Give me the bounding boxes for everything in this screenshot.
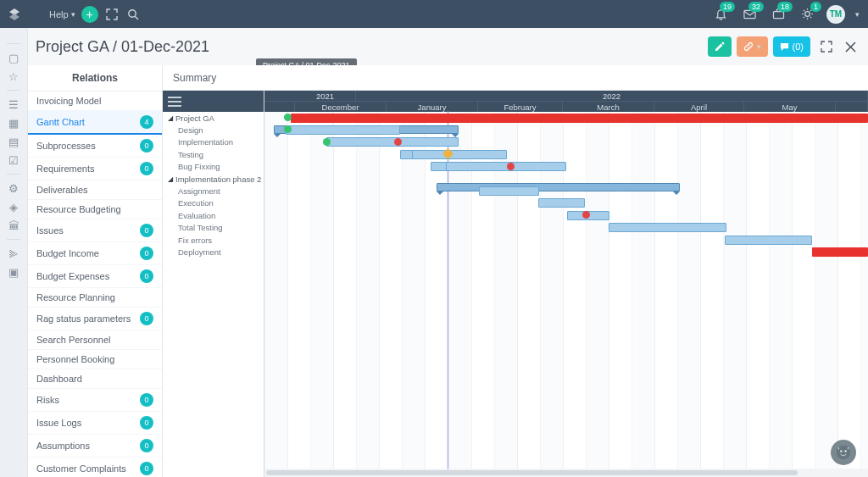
- relations-item[interactable]: Issue Logs0: [28, 412, 162, 435]
- gantt-marker-red: [582, 211, 590, 219]
- chart-column: 20212022 DecemberJanuaryFebruaryMarchApr…: [264, 91, 868, 477]
- task-row[interactable]: Deployment: [163, 246, 264, 258]
- gantt-bars-area[interactable]: [264, 112, 868, 469]
- task-label: Evaluation: [178, 211, 215, 220]
- relations-item[interactable]: Personnel Booking: [28, 350, 162, 369]
- relations-item[interactable]: Budget Expenses0: [28, 265, 162, 288]
- relations-item[interactable]: Budget Income0: [28, 242, 162, 265]
- rail-building-icon[interactable]: 🏛: [5, 217, 22, 234]
- edit-button[interactable]: [708, 36, 732, 57]
- gantt-bar[interactable]: [326, 137, 459, 147]
- relations-item[interactable]: Subprocesses0: [28, 135, 162, 158]
- collapse-icon[interactable]: ◢: [168, 175, 173, 183]
- rail-gear-icon[interactable]: ⚙: [5, 180, 22, 197]
- gantt-bar[interactable]: [812, 247, 868, 257]
- relations-item[interactable]: Resource Budgeting: [28, 200, 162, 219]
- notifications-icon[interactable]: 19: [711, 5, 730, 24]
- rail-db-icon[interactable]: ▣: [5, 263, 22, 280]
- task-menu-icon[interactable]: [168, 97, 181, 107]
- app-logo-icon[interactable]: [7, 7, 22, 22]
- gantt-bar[interactable]: [609, 223, 726, 232]
- relations-item[interactable]: Assumptions0: [28, 435, 162, 458]
- task-row[interactable]: Execution: [163, 197, 264, 209]
- link-button[interactable]: ▾: [737, 36, 768, 57]
- relations-item[interactable]: Search Personnel: [28, 330, 162, 350]
- horizontal-scrollbar[interactable]: [264, 469, 868, 477]
- relations-item[interactable]: Rag status parameters0: [28, 308, 162, 330]
- messages-count: 32: [748, 2, 764, 12]
- gantt-bar[interactable]: [412, 150, 507, 159]
- gantt-bar[interactable]: [291, 114, 868, 123]
- rail-grid-icon[interactable]: ▦: [5, 114, 22, 131]
- theme-icon[interactable]: 1: [798, 5, 816, 24]
- task-row[interactable]: Implementation: [163, 136, 264, 148]
- task-row[interactable]: Total Testing: [163, 222, 264, 234]
- timeline-month: May: [744, 102, 836, 112]
- help-menu[interactable]: Help▾: [49, 9, 75, 19]
- relations-item-count: 0: [140, 162, 153, 175]
- rail-kanban-icon[interactable]: ▤: [5, 133, 22, 150]
- task-column-header[interactable]: [163, 91, 264, 112]
- rail-chart-icon[interactable]: ⫸: [5, 245, 22, 262]
- gantt-bar[interactable]: [437, 183, 680, 191]
- rail-folder-icon[interactable]: ▢: [5, 49, 22, 66]
- timeline-month: January: [387, 102, 478, 112]
- user-menu-chevron-icon[interactable]: ▾: [855, 10, 860, 19]
- relations-item-label: Gantt Chart: [36, 117, 85, 127]
- task-label: Total Testing: [178, 223, 223, 232]
- relations-item[interactable]: Deliverables: [28, 180, 162, 200]
- rail-star-icon[interactable]: ☆: [5, 68, 22, 85]
- user-avatar[interactable]: TM: [826, 5, 845, 24]
- relations-item[interactable]: Customer Complaints0: [28, 458, 162, 477]
- task-row[interactable]: Testing: [163, 148, 264, 160]
- collapse-icon[interactable]: ◢: [168, 114, 173, 122]
- task-row[interactable]: ◢Project GA: [163, 112, 264, 124]
- comments-count: (0): [793, 42, 804, 52]
- task-label: Implementation phase 2: [175, 175, 261, 184]
- svg-line-3: [135, 16, 138, 19]
- gantt-bar[interactable]: [286, 125, 400, 135]
- gantt-bar[interactable]: [479, 186, 539, 196]
- close-icon[interactable]: [843, 39, 858, 54]
- briefcase-icon[interactable]: 18: [769, 5, 787, 24]
- relations-item[interactable]: Gantt Chart4: [28, 111, 162, 135]
- fit-screen-icon[interactable]: [819, 39, 834, 54]
- task-row[interactable]: Assignment: [163, 185, 264, 197]
- gantt-bar[interactable]: [538, 198, 586, 208]
- relations-item-label: Resource Planning: [36, 292, 115, 302]
- top-nav: Help▾ + 19 32 18 1 TM ▾: [0, 0, 868, 28]
- task-row[interactable]: Fix errors: [163, 234, 264, 246]
- scrollbar-thumb[interactable]: [266, 470, 798, 475]
- gantt-bar[interactable]: [725, 236, 812, 245]
- svg-point-2: [128, 9, 135, 16]
- svg-point-11: [844, 450, 846, 452]
- chat-fab[interactable]: [831, 440, 856, 465]
- task-row[interactable]: Evaluation: [163, 209, 264, 221]
- relations-item[interactable]: Risks0: [28, 389, 162, 412]
- task-row[interactable]: Design: [163, 124, 264, 136]
- relations-item[interactable]: Invoicing Model: [28, 92, 162, 111]
- rail-box-icon[interactable]: ◈: [5, 198, 22, 215]
- messages-icon[interactable]: 32: [740, 5, 759, 24]
- relations-item[interactable]: Issues0: [28, 219, 162, 242]
- menu-icon[interactable]: [28, 7, 43, 22]
- rail-check-icon[interactable]: ☑: [5, 152, 22, 169]
- add-button[interactable]: +: [81, 6, 98, 23]
- rail-list-icon[interactable]: ☰: [5, 96, 22, 113]
- task-row[interactable]: Bug Fixxing: [163, 161, 264, 173]
- search-icon[interactable]: [125, 7, 141, 22]
- svg-point-6: [804, 12, 810, 17]
- fullscreen-icon[interactable]: [104, 7, 120, 22]
- relations-item[interactable]: Dashboard: [28, 369, 162, 389]
- task-row[interactable]: ◢Implementation phase 2: [163, 173, 264, 185]
- summary-tab[interactable]: Summary: [163, 65, 868, 91]
- relations-item-count: 0: [140, 224, 153, 237]
- relations-item-label: Budget Income: [36, 248, 99, 258]
- gantt-bar[interactable]: [446, 162, 566, 171]
- relations-item-count: 0: [140, 139, 153, 153]
- relations-item-label: Resource Budgeting: [36, 204, 121, 214]
- relations-item[interactable]: Resource Planning: [28, 288, 162, 308]
- relations-item-label: Customer Complaints: [36, 463, 126, 474]
- comments-button[interactable]: (0): [773, 36, 810, 57]
- relations-item[interactable]: Requirements0: [28, 158, 162, 180]
